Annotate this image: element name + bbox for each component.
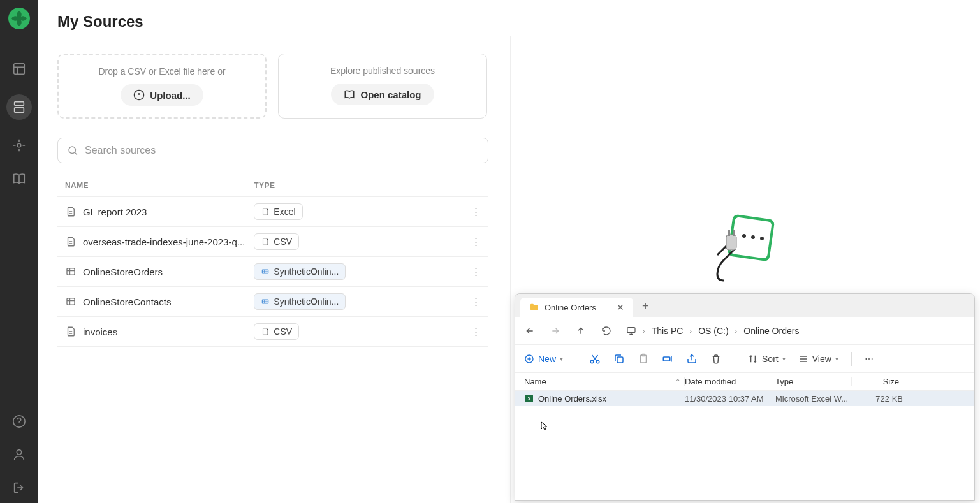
view-icon [798,354,808,364]
svg-point-8 [69,147,76,154]
nav-back-icon[interactable] [524,325,536,337]
chevron-right-icon: › [689,327,692,335]
copy-icon[interactable] [613,353,625,365]
svg-rect-9 [67,268,75,275]
file-explorer-window: Online Orders ✕ + › This PC › OS (C:) › … [515,293,975,501]
share-icon[interactable] [686,353,698,365]
upload-button-label: Upload... [150,90,190,101]
cut-icon[interactable] [589,353,601,365]
file-date: 11/30/2023 10:37 AM [685,394,775,404]
delete-icon[interactable] [710,353,722,365]
plus-circle-icon [524,354,534,364]
view-button[interactable]: View ▾ [798,354,838,364]
svg-rect-20 [265,302,268,303]
paste-icon[interactable] [638,353,649,365]
source-name: overseas-trade-indexes-june-2023-q... [83,237,245,247]
breadcrumb-item[interactable]: Online Orders [743,326,799,336]
type-badge: SyntheticOnlin... [254,293,346,310]
svg-text:X: X [528,397,531,401]
svg-rect-16 [262,300,269,304]
upload-button[interactable]: Upload... [121,84,203,106]
chevron-right-icon: › [735,327,738,335]
more-button[interactable]: ⋯ [865,354,874,364]
chevron-right-icon: › [643,327,645,335]
search-box[interactable] [57,138,488,163]
svg-rect-27 [728,230,730,236]
nav-up-icon[interactable] [575,325,587,337]
new-tab-icon[interactable]: + [642,300,649,317]
row-menu-icon[interactable]: ⋮ [471,326,481,337]
svg-rect-2 [15,102,24,106]
nav-target-icon[interactable] [11,138,27,153]
page-title: My Sources [57,13,961,31]
row-menu-icon[interactable]: ⋮ [471,236,481,247]
open-catalog-button[interactable]: Open catalog [331,84,434,105]
table-header: NAME TYPE [57,175,488,196]
svg-rect-26 [726,235,736,250]
column-size[interactable]: Size [852,377,903,386]
row-menu-icon[interactable]: ⋮ [471,266,481,277]
close-tab-icon[interactable]: ✕ [617,302,624,312]
table-row[interactable]: overseas-trade-indexes-june-2023-q...CSV… [57,226,488,256]
table-row[interactable]: OnlineStoreContactsSyntheticOnlin...⋮ [57,286,488,316]
header-type[interactable]: TYPE [254,181,455,190]
svg-rect-28 [733,230,735,236]
drop-file-card[interactable]: Drop a CSV or Excel file here or Upload.… [57,54,267,119]
type-badge: CSV [254,233,299,250]
nav-logout-icon[interactable] [11,480,27,495]
source-name: OnlineStoreContacts [83,296,171,307]
nav-book-icon[interactable] [11,171,27,186]
svg-point-24 [751,235,755,239]
explorer-tab-title: Online Orders [545,303,596,312]
rename-icon[interactable] [662,353,673,365]
svg-rect-13 [265,270,268,271]
svg-rect-29 [627,327,635,332]
source-name: invoices [83,326,117,337]
column-type[interactable]: Type [775,377,852,386]
table-row[interactable]: invoicesCSV⋮ [57,316,488,347]
column-date[interactable]: Date modified [685,377,775,386]
chevron-down-icon: ▾ [782,355,786,362]
header-name[interactable]: NAME [65,181,254,190]
sources-table: NAME TYPE GL report 2023Excel⋮overseas-t… [57,175,488,347]
table-row[interactable]: GL report 2023Excel⋮ [57,196,488,226]
svg-rect-19 [265,300,268,301]
sort-button[interactable]: Sort ▾ [748,354,786,364]
sort-icon [748,354,758,364]
column-name[interactable]: Name⌃ [524,377,685,386]
nav-help-icon[interactable] [11,414,27,429]
row-menu-icon[interactable]: ⋮ [471,296,481,307]
nav-sources-icon[interactable] [6,94,32,120]
explorer-toolbar: New ▾ Sort ▾ View ▾ ⋯ [515,345,974,373]
type-badge: SyntheticOnlin... [254,263,346,280]
svg-rect-1 [14,64,25,75]
explorer-tab[interactable]: Online Orders ✕ [520,298,633,317]
svg-rect-14 [265,272,268,273]
breadcrumb-item[interactable]: This PC [652,326,684,336]
nav-user-icon[interactable] [11,447,27,462]
search-input[interactable] [85,145,479,156]
view-label: View [812,354,831,364]
type-badge: CSV [254,323,299,340]
chevron-down-icon: ▾ [560,355,563,362]
nav-dashboard-icon[interactable] [11,61,27,77]
new-button[interactable]: New ▾ [524,354,563,364]
file-row[interactable]: X Online Orders.xlsx 11/30/2023 10:37 AM… [515,391,974,406]
excel-file-icon: X [524,393,534,404]
search-icon [67,145,78,156]
svg-rect-15 [67,298,75,305]
table-row[interactable]: OnlineStoreOrdersSyntheticOnlin...⋮ [57,256,488,286]
svg-rect-11 [263,270,264,271]
row-menu-icon[interactable]: ⋮ [471,206,481,217]
sidebar [0,0,38,503]
svg-point-23 [742,234,746,238]
nav-refresh-icon[interactable] [601,325,612,337]
explorer-nav: › This PC › OS (C:) › Online Orders [515,317,974,345]
folder-icon [529,302,539,312]
breadcrumb-item[interactable]: OS (C:) [698,326,728,336]
open-catalog-label: Open catalog [360,89,421,100]
nav-forward-icon[interactable] [550,325,561,337]
file-size: 722 KB [852,394,903,404]
monitor-icon[interactable] [626,326,636,336]
app-logo[interactable] [8,8,30,29]
